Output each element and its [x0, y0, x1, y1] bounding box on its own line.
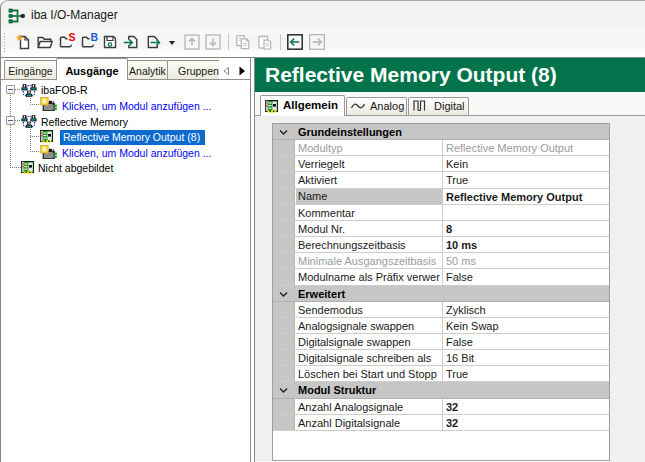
svg-text:B: B: [90, 33, 98, 43]
svg-text:S: S: [68, 33, 75, 43]
